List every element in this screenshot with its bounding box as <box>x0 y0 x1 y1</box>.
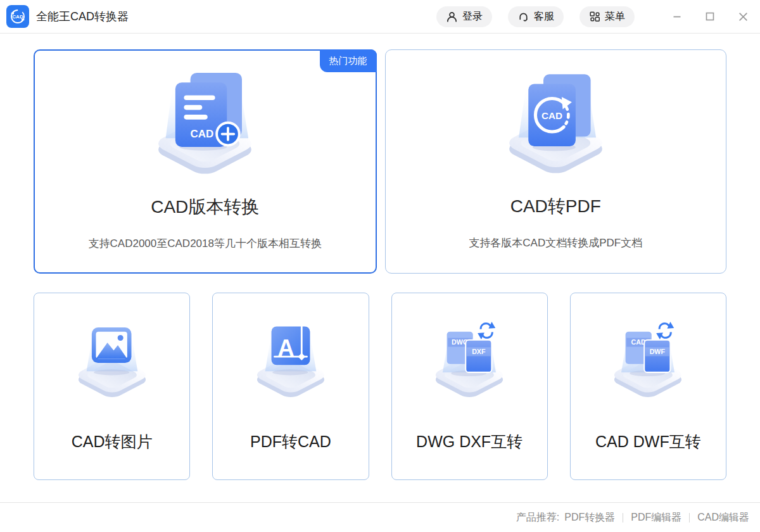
window-controls <box>654 7 752 26</box>
pdf-to-cad-icon: A <box>246 321 335 402</box>
card-title: CAD DWF互转 <box>595 431 701 452</box>
logo-text: CAD <box>12 14 23 20</box>
titlebar: CAD 全能王CAD转换器 登录 客服 菜单 <box>0 0 760 34</box>
cad-to-pdf-icon: CAD <box>494 68 618 178</box>
customer-service-label: 客服 <box>534 10 554 23</box>
cad-dwf-convert-icon: CAD DWF <box>604 321 692 402</box>
titlebar-actions: 登录 客服 菜单 <box>421 6 752 27</box>
close-icon <box>738 11 749 22</box>
card-cad-version-convert[interactable]: 热门功能 CAD CAD版本转换 支持CAD2000至CAD2018等几十个版本… <box>34 49 377 274</box>
menu-grid-icon <box>589 11 600 22</box>
user-icon <box>446 11 458 23</box>
footer-separator <box>623 513 623 522</box>
card-cad-dwf-convert[interactable]: CAD DWF CAD DWF互转 <box>570 293 726 480</box>
icon-label-dxf: DXF <box>472 348 486 355</box>
cad-to-image-icon <box>68 321 156 402</box>
maximize-button[interactable] <box>700 7 719 26</box>
footer-recommend-label: 产品推荐: <box>516 511 559 524</box>
card-title: CAD转PDF <box>510 194 601 218</box>
footer-link-pdf-editor[interactable]: PDF编辑器 <box>631 511 681 524</box>
footer-separator <box>689 513 690 522</box>
maximize-icon <box>705 11 715 22</box>
footer-link-pdf-converter[interactable]: PDF转换器 <box>564 511 615 524</box>
card-title: PDF转CAD <box>250 431 331 452</box>
footer-link-cad-editor[interactable]: CAD编辑器 <box>697 511 749 524</box>
card-subtitle: 支持CAD2000至CAD2018等几十个版本相互转换 <box>89 236 322 251</box>
headset-icon <box>517 11 529 23</box>
menu-button[interactable]: 菜单 <box>580 6 635 27</box>
card-pdf-to-cad[interactable]: A PDF转CAD <box>212 293 369 480</box>
card-cad-to-pdf[interactable]: CAD CAD转PDF 支持各版本CAD文档转换成PDF文档 <box>385 49 727 274</box>
card-title: DWG DXF互转 <box>416 431 522 452</box>
app-title: 全能王CAD转换器 <box>36 9 129 24</box>
app-logo-icon: CAD <box>6 5 29 28</box>
card-title: CAD版本转换 <box>151 195 259 219</box>
dwg-dxf-convert-icon: DWG DXF <box>425 321 514 402</box>
tools-row: CAD转图片 A PDF转CAD <box>34 293 726 480</box>
hot-feature-badge: 热门功能 <box>320 49 377 72</box>
footer: 产品推荐: PDF转换器 PDF编辑器 CAD编辑器 <box>0 502 760 532</box>
customer-service-button[interactable]: 客服 <box>508 6 564 27</box>
login-button[interactable]: 登录 <box>436 6 492 27</box>
login-label: 登录 <box>462 10 483 23</box>
minimize-button[interactable] <box>668 7 687 26</box>
main-content: 热门功能 CAD CAD版本转换 支持CAD2000至CAD2018等几十个版本… <box>0 34 760 502</box>
close-button[interactable] <box>733 7 752 26</box>
card-title: CAD转图片 <box>72 431 153 452</box>
card-cad-to-image[interactable]: CAD转图片 <box>34 293 190 480</box>
menu-label: 菜单 <box>605 10 625 23</box>
icon-label-cad: CAD <box>542 110 562 121</box>
card-dwg-dxf-convert[interactable]: DWG DXF DWG DXF互转 <box>391 293 548 480</box>
card-subtitle: 支持各版本CAD文档转换成PDF文档 <box>469 236 642 250</box>
icon-label-dwf: DWF <box>650 348 666 355</box>
featured-row: 热门功能 CAD CAD版本转换 支持CAD2000至CAD2018等几十个版本… <box>34 49 726 274</box>
icon-label-cad: CAD <box>191 128 214 140</box>
cad-version-convert-icon: CAD <box>143 68 267 179</box>
minimize-icon <box>672 11 682 22</box>
